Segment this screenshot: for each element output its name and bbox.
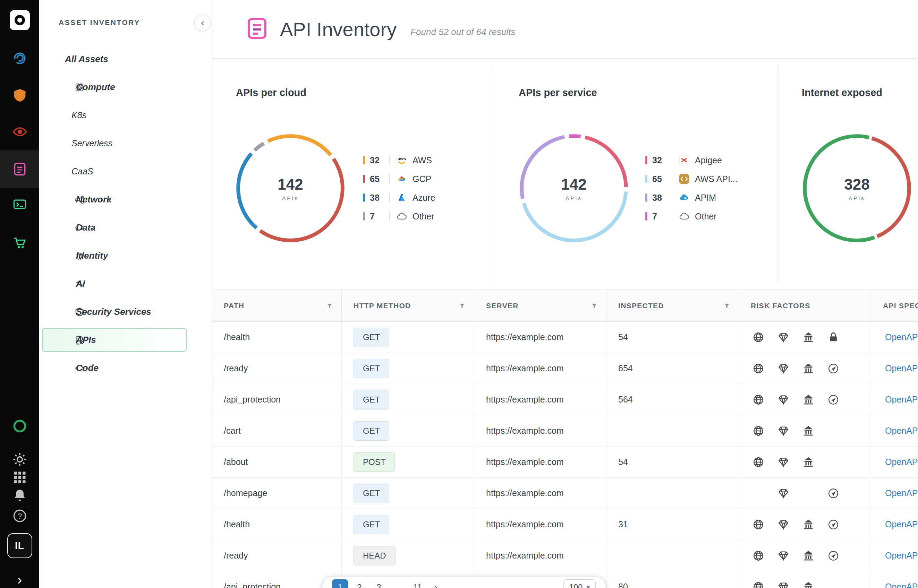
page-button-3[interactable]: 3	[371, 579, 387, 588]
terminal-icon[interactable]	[12, 197, 28, 212]
filter-funnel-icon[interactable]	[326, 302, 333, 309]
chevron-down-icon: ▾	[587, 583, 590, 588]
filter-funnel-icon[interactable]	[724, 302, 730, 309]
cell-method: GET	[342, 478, 474, 509]
sidebar-item-ai[interactable]: AI	[39, 270, 212, 298]
sidebar-item-all-assets[interactable]: All Assets	[39, 45, 212, 73]
sidebar-item-compute[interactable]: Compute	[39, 73, 212, 101]
chevron-down-icon[interactable]	[108, 83, 117, 92]
lock-icon	[821, 331, 846, 343]
apis-per-cloud-donut: 142 APIs	[233, 131, 348, 246]
orca-logo[interactable]	[10, 10, 30, 30]
send-icon	[821, 488, 846, 499]
legend-item-apigee[interactable]: 32 Apigee	[645, 151, 738, 170]
sidebar-collapse-button[interactable]: ‹	[194, 15, 211, 31]
sidebar-item-identity[interactable]: Identity	[39, 242, 212, 270]
shield-protect-icon[interactable]	[12, 88, 28, 103]
cell-risk-factors	[739, 322, 871, 353]
settings-gear-icon[interactable]	[12, 452, 28, 467]
cell-method: HEAD	[342, 540, 474, 571]
col-header-path[interactable]: PATH	[212, 290, 342, 322]
apps-grid-icon[interactable]	[12, 470, 28, 485]
openapi-link[interactable]: OpenAPI	[885, 363, 918, 373]
sidebar-item-code[interactable]: Code	[39, 354, 212, 382]
table-row[interactable]: /ready GET https://example.com 654 OpenA…	[212, 353, 918, 384]
page-button-2[interactable]: 2	[351, 579, 368, 588]
sidebar-item-caas[interactable]: CaaS	[39, 157, 212, 186]
help-icon[interactable]: ?	[12, 508, 28, 523]
col-header-inspected[interactable]: INSPECTED	[606, 290, 739, 322]
openapi-link[interactable]: OpenAPI	[885, 426, 918, 436]
sidebar-item-network[interactable]: Network	[39, 186, 212, 213]
send-icon	[821, 394, 846, 405]
filter-funnel-icon[interactable]	[459, 302, 466, 309]
legend-item-other-service[interactable]: 7 Other	[645, 207, 738, 226]
col-header-http-method[interactable]: HTTP METHOD	[342, 290, 474, 322]
openapi-link[interactable]: OpenAPI	[885, 551, 918, 561]
openapi-link[interactable]: OpenAPI	[885, 332, 918, 342]
api-security-icon[interactable]	[12, 162, 28, 177]
user-avatar[interactable]: IL	[7, 533, 32, 558]
legend-item-azure[interactable]: 38 Azure	[363, 188, 435, 207]
charts-band: APIs per cloud APIs per service Internet…	[212, 58, 918, 287]
gem-icon	[771, 331, 796, 343]
legend-item-gcp[interactable]: 65 GCP	[363, 170, 435, 188]
table-row[interactable]: /ready HEAD https://example.com OpenAPI	[212, 540, 918, 571]
table-row[interactable]: /about POST https://example.com 54 OpenA…	[212, 447, 918, 478]
table-row[interactable]: /cart GET https://example.com OpenAPI	[212, 415, 918, 447]
filter-funnel-icon[interactable]	[591, 302, 598, 309]
send-icon	[821, 519, 846, 530]
legend-item-apim[interactable]: 38 APIM	[645, 188, 738, 207]
internet-globe-icon	[746, 581, 771, 588]
chevron-right-icon[interactable]	[89, 223, 97, 232]
legend-item-aws[interactable]: 32 aws AWS	[363, 151, 435, 170]
openapi-link[interactable]: OpenAPI	[885, 488, 918, 498]
sidebar-title: ASSET INVENTORY	[58, 18, 140, 27]
page-title: API Inventory	[280, 18, 397, 40]
openapi-link[interactable]: OpenAPI	[885, 394, 918, 405]
cell-method: GET	[342, 415, 474, 447]
gem-icon	[771, 394, 796, 405]
discovery-icon[interactable]	[12, 50, 28, 66]
cell-inspected: 54	[606, 322, 739, 353]
cell-path: /ready	[212, 353, 342, 384]
apigee-icon	[678, 154, 690, 166]
sidebar-item-serverless[interactable]: Serverless	[39, 129, 212, 157]
page-button-11[interactable]: 11	[410, 579, 426, 588]
detection-eye-icon[interactable]	[12, 124, 28, 139]
openapi-link[interactable]: OpenAPI	[885, 457, 918, 467]
openapi-link[interactable]: OpenAPI	[885, 519, 918, 530]
status-ring-icon[interactable]	[12, 418, 28, 434]
cell-inspected	[606, 540, 739, 571]
col-header-server[interactable]: SERVER	[474, 290, 606, 322]
openapi-link[interactable]: OpenAPI	[885, 582, 918, 588]
cell-server: https://example.com	[474, 353, 606, 384]
table-row[interactable]: /health GET https://example.com 54 OpenA…	[212, 322, 918, 353]
sidebar-item-k8s[interactable]: K8s	[39, 101, 212, 129]
next-page-icon[interactable]: ›	[429, 582, 443, 588]
table-row[interactable]: /health GET https://example.com 31 OpenA…	[212, 509, 918, 540]
bank-building-icon	[796, 456, 821, 468]
svg-text:aws: aws	[398, 156, 406, 161]
legend-tick	[645, 175, 648, 183]
legend-item-other-cloud[interactable]: 7 Other	[363, 207, 435, 226]
sidebar-item-data[interactable]: Data	[39, 213, 212, 242]
sidebar-item-apis[interactable]: APIs	[39, 326, 212, 354]
api-inventory-icon	[244, 16, 270, 42]
expand-chevron-icon[interactable]: ›	[17, 573, 22, 586]
page-size-select[interactable]: 100 ▾	[563, 579, 596, 588]
cell-inspected: 80	[606, 571, 739, 588]
legend-item-aws-api-gateway[interactable]: 65 AWS API...	[645, 170, 738, 188]
table-row[interactable]: /api_protection GET https://example.com …	[212, 384, 918, 415]
chevron-right-icon[interactable]	[105, 195, 114, 204]
table-row[interactable]: /homepage GET https://example.com OpenAP…	[212, 478, 918, 509]
results-count: Found 52 out of 64 results	[410, 27, 515, 37]
cart-icon[interactable]	[12, 235, 28, 250]
page-button-1[interactable]: 1	[332, 579, 348, 588]
sidebar-item-security-services[interactable]: Security Services	[39, 298, 212, 326]
aws-icon: aws	[396, 154, 408, 166]
bank-building-icon	[796, 519, 821, 530]
cell-api-spec: OpenAPI	[871, 384, 918, 415]
notifications-bell-icon[interactable]	[12, 488, 28, 503]
cell-path: /cart	[212, 415, 342, 447]
